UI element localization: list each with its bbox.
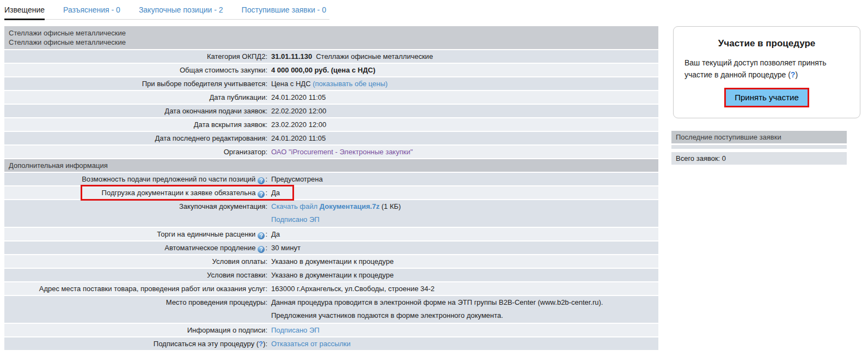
partial-bids-value: Предусмотрена: [267, 173, 658, 185]
procedure-title: Стеллажи офисные металлические Стеллажи …: [4, 26, 658, 49]
bids-total-label: Всего заявок:: [676, 154, 720, 162]
tab-received-bids[interactable]: Поступившие заявки - 0: [242, 0, 326, 19]
row-publication-date: Дата публикации: 24.01.2020 11:05: [4, 91, 658, 104]
help-question-link[interactable]: ?: [259, 340, 263, 348]
total-cost-label: Общая стоимость закупки:: [4, 64, 267, 76]
venue-value: Данная процедура проводится в электронно…: [267, 296, 658, 323]
row-docs-required: Подгрузка документации к заявке обязател…: [4, 186, 658, 199]
participation-card: Участие в процедуре Ваш текущий доступ п…: [673, 26, 860, 118]
row-delivery-terms: Условия поставки: Указано в документации…: [4, 269, 658, 281]
row-signature-info: Информация о подписи: Подписано ЭП: [4, 324, 658, 336]
organizer-link[interactable]: ОАО "iProcurement - Электронные закупки": [271, 148, 413, 156]
row-last-edit-date: Дата последнего редактирования: 24.01.20…: [4, 132, 658, 144]
delivery-terms-value: Указано в документации к процедуре: [267, 269, 658, 281]
docs-required-label: Подгрузка документации к заявке обязател…: [4, 186, 267, 199]
total-cost-value: 4 000 000,00 руб. (цена с НДС): [267, 64, 658, 76]
winner-criteria-label: При выборе победителя учитывается:: [4, 77, 267, 90]
tab-clarifications[interactable]: Разъяснения - 0: [63, 0, 120, 19]
organizer-value: ОАО "iProcurement - Электронные закупки": [267, 146, 658, 158]
row-bids-deadline: Дата окончания подачи заявок: 22.02.2020…: [4, 105, 658, 117]
help-icon[interactable]: ?: [258, 191, 265, 198]
help-icon[interactable]: ?: [258, 177, 265, 184]
latest-bids-total: Всего заявок: 0: [671, 152, 847, 165]
subscribe-value: Отказаться от рассылки: [267, 337, 658, 350]
procedure-page: Извещение Разъяснения - 0 Закупочные поз…: [0, 0, 868, 362]
file-name-link[interactable]: Документация.7z: [320, 202, 380, 210]
category-name: Стеллажи офисные металлические: [316, 52, 433, 61]
help-icon[interactable]: ?: [258, 246, 265, 253]
bids-deadline-value: 22.02.2020 12:00: [267, 105, 658, 117]
last-edit-date-label: Дата последнего редактирования:: [4, 132, 267, 144]
opening-date-value: 23.02.2020 12:00: [267, 118, 658, 131]
procurement-docs-value: Скачать файл Документация.7z (1 КБ) Подп…: [267, 200, 658, 227]
row-winner-criteria: При выборе победителя учитывается: Цена …: [4, 77, 658, 90]
unit-price-bidding-value: Да: [267, 228, 658, 240]
delivery-terms-label: Условия поставки:: [4, 269, 267, 281]
category-value: 31.01.11.130Стеллажи офисные металлическ…: [267, 50, 658, 63]
signed-ep-link[interactable]: Подписано ЭП: [271, 326, 320, 334]
row-unit-price-bidding: Торги на единичные расценки?: Да: [4, 228, 658, 240]
latest-bids-empty-row: [671, 145, 847, 149]
delivery-address-label: Адрес места поставки товара, проведения …: [4, 282, 267, 295]
last-edit-date-value: 24.01.2020 11:05: [267, 132, 658, 144]
category-label: Категория ОКПД2:: [4, 50, 267, 63]
winner-criteria-value: Цена с НДС (показывать обе цены): [267, 77, 658, 90]
row-venue: Место проведения процедуры: Данная проце…: [4, 296, 658, 323]
show-both-prices-link[interactable]: (показывать обе цены): [313, 80, 388, 88]
unit-price-bidding-label: Торги на единичные расценки?:: [4, 228, 267, 240]
notice-table: Стеллажи офисные металлические Стеллажи …: [4, 26, 658, 351]
row-delivery-address: Адрес места поставки товара, проведения …: [4, 282, 658, 295]
docs-required-value: Да: [267, 186, 658, 199]
procurement-docs-label: Закупочная документация:: [4, 200, 267, 227]
signature-info-label: Информация о подписи:: [4, 324, 267, 336]
tab-bar: Извещение Разъяснения - 0 Закупочные поз…: [4, 0, 329, 20]
delivery-address-value: 163000 г.Архангельск, ул.Свободы, строен…: [267, 282, 658, 295]
bids-total-value: 0: [722, 154, 726, 162]
signed-ep-link[interactable]: Подписано ЭП: [271, 215, 320, 224]
row-procurement-docs: Закупочная документация: Скачать файл До…: [4, 200, 658, 227]
row-category: Категория ОКПД2: 31.01.11.130Стеллажи оф…: [4, 50, 658, 63]
category-code: 31.01.11.130: [271, 52, 312, 61]
participation-card-title: Участие в процедуре: [674, 38, 860, 49]
payment-terms-label: Условия оплаты:: [4, 255, 267, 268]
partial-bids-label: Возможность подачи предложений по части …: [4, 173, 267, 185]
procedure-title-line1: Стеллажи офисные металлические: [9, 28, 654, 38]
download-file-link[interactable]: Скачать файл: [271, 202, 317, 210]
opening-date-label: Дата вскрытия заявок:: [4, 118, 267, 131]
venue-label: Место проведения процедуры:: [4, 296, 267, 323]
participation-card-text: Ваш текущий доступ позволяет принять уча…: [674, 57, 860, 81]
row-subscribe: Подписаться на эту процедуру (?): Отказа…: [4, 337, 658, 350]
tab-purchase-positions[interactable]: Закупочные позиции - 2: [139, 0, 223, 19]
bids-deadline-label: Дата окончания подачи заявок:: [4, 105, 267, 117]
organizer-label: Организатор:: [4, 146, 267, 158]
file-size: (1 КБ): [382, 202, 401, 210]
publication-date-value: 24.01.2020 11:05: [267, 91, 658, 104]
participate-button[interactable]: Принять участие: [724, 88, 809, 107]
row-opening-date: Дата вскрытия заявок: 23.02.2020 12:00: [4, 118, 658, 131]
auto-extension-value: 30 минут: [267, 242, 658, 254]
row-total-cost: Общая стоимость закупки: 4 000 000,00 ру…: [4, 64, 658, 76]
tab-notice[interactable]: Извещение: [4, 0, 45, 19]
procedure-title-line2: Стеллажи офисные металлические: [9, 38, 654, 47]
unsubscribe-link[interactable]: Отказаться от рассылки: [271, 340, 351, 348]
row-partial-bids: Возможность подачи предложений по части …: [4, 173, 658, 185]
latest-bids-block: Последние поступившие заявки Всего заяво…: [671, 131, 847, 165]
help-icon[interactable]: ?: [258, 232, 265, 239]
row-organizer: Организатор: ОАО "iProcurement - Электро…: [4, 146, 658, 158]
signature-info-value: Подписано ЭП: [267, 324, 658, 336]
additional-info-header: Дополнительная информация: [4, 159, 658, 172]
row-auto-extension: Автоматическое продление?: 30 минут: [4, 242, 658, 254]
auto-extension-label: Автоматическое продление?:: [4, 242, 267, 254]
row-payment-terms: Условия оплаты: Указано в документации к…: [4, 255, 658, 268]
subscribe-label: Подписаться на эту процедуру (?):: [4, 337, 267, 350]
publication-date-label: Дата публикации:: [4, 91, 267, 104]
payment-terms-value: Указано в документации к процедуре: [267, 255, 658, 268]
latest-bids-header: Последние поступившие заявки: [671, 131, 847, 143]
